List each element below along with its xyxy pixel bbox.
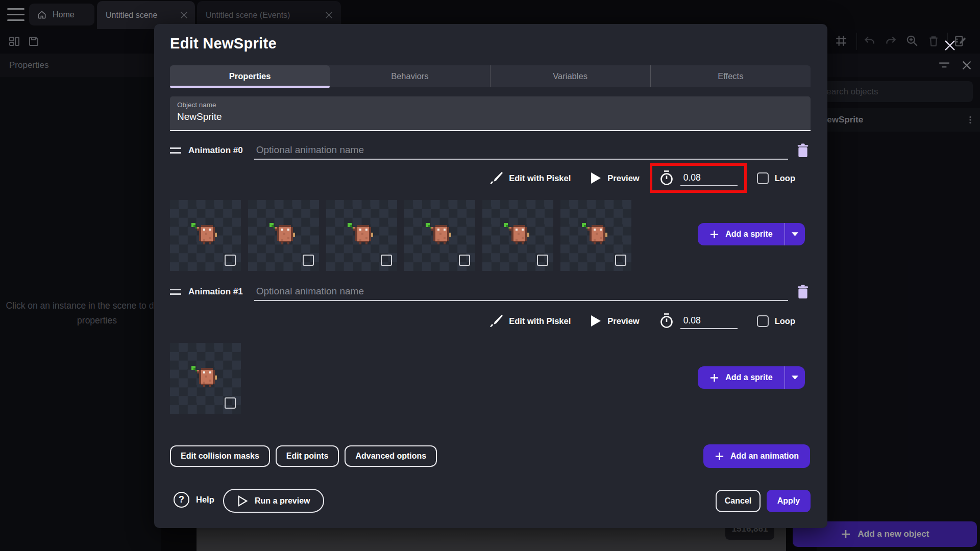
add-sprite-dropdown-arrow[interactable] — [785, 223, 805, 245]
edit-collision-masks-button[interactable]: Edit collision masks — [170, 445, 270, 467]
sprite-frame[interactable] — [170, 200, 241, 271]
chevron-down-icon — [791, 232, 799, 237]
close-icon — [944, 39, 956, 52]
plus-icon — [709, 230, 719, 239]
dialog-tab-bar: Properties Behaviors Variables Effects — [170, 65, 811, 87]
animation-1-name-input[interactable] — [254, 283, 788, 301]
tab-behaviors[interactable]: Behaviors — [330, 65, 489, 87]
sprite-frame[interactable] — [482, 200, 553, 271]
preview-button[interactable]: Preview — [607, 316, 639, 326]
drag-handle-icon[interactable] — [170, 147, 181, 154]
help-button[interactable]: ? Help — [174, 492, 214, 508]
time-between-frames-group — [659, 170, 738, 186]
edit-with-piskel-button[interactable]: Edit with Piskel — [509, 316, 571, 326]
trash-icon — [796, 284, 810, 299]
trash-icon — [796, 143, 810, 158]
add-animation-button[interactable]: Add an animation — [703, 444, 810, 468]
tab-variables[interactable]: Variables — [490, 65, 650, 87]
object-name-label: Object name — [177, 101, 803, 109]
animation-1-frames — [170, 343, 241, 414]
play-icon — [590, 172, 601, 184]
sprite-frame[interactable] — [560, 200, 631, 271]
frame-checkbox[interactable] — [381, 255, 392, 266]
animation-0-frames — [170, 200, 631, 271]
add-sprite-button[interactable]: Add a sprite — [698, 366, 785, 389]
delete-animation-1-button[interactable] — [795, 283, 811, 300]
edit-points-button[interactable]: Edit points — [276, 445, 339, 467]
animation-0-controls: Edit with Piskel Preview Loop — [170, 166, 811, 190]
time-between-frames-group — [659, 313, 738, 329]
play-icon — [590, 315, 601, 327]
play-outline-icon — [237, 495, 248, 507]
frame-checkbox[interactable] — [225, 255, 236, 266]
gdevelop-app: Home Untitled scene Untitled scene (Even… — [0, 0, 980, 551]
animation-0-name-input[interactable] — [254, 141, 788, 160]
preview-button[interactable]: Preview — [607, 173, 639, 183]
add-sprite-dropdown-arrow[interactable] — [785, 366, 805, 389]
frame-checkbox[interactable] — [303, 255, 314, 266]
edit-with-piskel-button[interactable]: Edit with Piskel — [509, 173, 571, 183]
add-sprite-split-button: Add a sprite — [698, 223, 805, 245]
object-name-field[interactable]: Object name — [170, 96, 811, 131]
add-sprite-label: Add a sprite — [725, 373, 772, 382]
advanced-options-button[interactable]: Advanced options — [345, 445, 437, 467]
dialog-title: Edit NewSprite — [170, 35, 277, 52]
delete-animation-0-button[interactable] — [795, 142, 811, 159]
cancel-button[interactable]: Cancel — [716, 490, 761, 512]
run-preview-button[interactable]: Run a preview — [223, 489, 324, 513]
sprite-frame[interactable] — [170, 343, 241, 414]
drag-handle-icon[interactable] — [170, 289, 181, 295]
animation-1-loop-checkbox[interactable] — [757, 315, 769, 327]
add-sprite-label: Add a sprite — [725, 230, 772, 239]
edit-sprite-dialog: Edit NewSprite Properties Behaviors Vari… — [154, 24, 827, 528]
loop-label: Loop — [775, 173, 795, 183]
sprite-frame[interactable] — [404, 200, 475, 271]
animation-1-label: Animation #1 — [188, 287, 243, 297]
loop-label: Loop — [775, 316, 795, 326]
sprite-frame[interactable] — [248, 200, 319, 271]
animation-1-time-input[interactable] — [680, 313, 738, 329]
sprite-options-row: Edit collision masks Edit points Advance… — [170, 445, 437, 467]
run-preview-label: Run a preview — [255, 496, 310, 506]
animation-1-controls: Edit with Piskel Preview Loop — [170, 309, 811, 333]
add-sprite-button[interactable]: Add a sprite — [698, 223, 785, 245]
sprite-frame[interactable] — [326, 200, 397, 271]
animation-0-time-input[interactable] — [680, 170, 738, 186]
brush-icon — [489, 314, 503, 328]
plus-icon — [709, 373, 719, 383]
timer-icon — [659, 170, 674, 186]
frame-checkbox[interactable] — [459, 255, 470, 266]
tab-properties[interactable]: Properties — [170, 65, 330, 87]
brush-icon — [489, 171, 503, 185]
frame-checkbox[interactable] — [615, 255, 626, 266]
add-animation-label: Add an animation — [730, 452, 799, 461]
plus-icon — [715, 452, 724, 461]
animation-1-header: Animation #1 — [170, 282, 811, 302]
timer-icon — [659, 313, 674, 329]
animation-0-header: Animation #0 — [170, 140, 811, 161]
frame-checkbox[interactable] — [225, 397, 236, 409]
animation-0-loop-checkbox[interactable] — [757, 172, 769, 184]
help-icon: ? — [174, 492, 189, 508]
chevron-down-icon — [791, 375, 799, 380]
dialog-close-button[interactable] — [942, 37, 958, 54]
add-sprite-split-button: Add a sprite — [698, 366, 805, 389]
apply-button[interactable]: Apply — [767, 490, 811, 512]
help-label: Help — [196, 495, 214, 505]
animation-0-label: Animation #0 — [188, 145, 243, 156]
object-name-input[interactable] — [177, 111, 803, 122]
tab-effects[interactable]: Effects — [650, 65, 811, 87]
frame-checkbox[interactable] — [537, 255, 548, 266]
